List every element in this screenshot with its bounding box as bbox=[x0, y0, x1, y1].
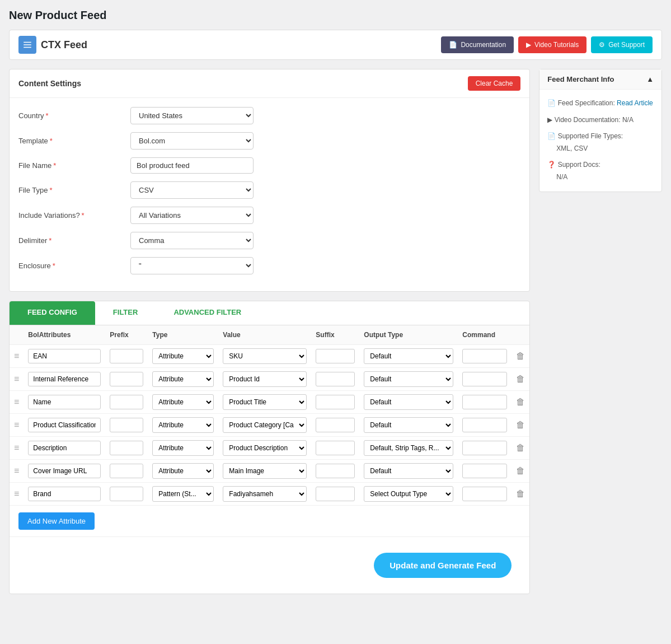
clear-cache-button[interactable]: Clear Cache bbox=[468, 76, 521, 91]
type-select[interactable]: Attribute bbox=[152, 348, 214, 364]
right-panel: Feed Merchant Info ▲ 📄 Feed Specificatio… bbox=[539, 69, 662, 594]
command-input[interactable] bbox=[462, 487, 507, 501]
command-input[interactable] bbox=[462, 464, 507, 478]
enclosure-label: Enclosure* bbox=[18, 262, 130, 270]
template-select[interactable]: Bol.com bbox=[130, 132, 254, 150]
page-title: New Product Feed bbox=[9, 9, 662, 22]
prefix-input[interactable] bbox=[110, 441, 143, 455]
type-select[interactable]: Attribute bbox=[152, 394, 214, 410]
tabs-header: FEED CONFIG FILTER ADVANCED FILTER bbox=[10, 301, 529, 325]
delimiter-select[interactable]: Comma bbox=[130, 232, 254, 249]
get-support-button[interactable]: ⚙ Get Support bbox=[591, 36, 653, 53]
attribute-input[interactable] bbox=[28, 418, 101, 432]
drag-handle-icon[interactable]: ≡ bbox=[14, 397, 19, 407]
table-row: ≡ Attribute Product Category [Ca Default bbox=[10, 414, 529, 437]
prefix-input[interactable] bbox=[110, 464, 143, 478]
include-variations-select[interactable]: All Variations bbox=[130, 207, 254, 224]
output-type-select[interactable]: Default bbox=[364, 394, 453, 410]
add-new-attribute-button[interactable]: Add New Attribute bbox=[18, 512, 95, 530]
prefix-input[interactable] bbox=[110, 349, 143, 363]
table-row: ≡ Pattern (St... Fadiyahsameh Select Out… bbox=[10, 483, 529, 506]
tab-filter[interactable]: FILTER bbox=[95, 301, 156, 325]
command-input[interactable] bbox=[462, 418, 507, 432]
delete-row-button[interactable]: 🗑 bbox=[516, 443, 525, 453]
table-row: ≡ Attribute Product Id Default 🗑 bbox=[10, 368, 529, 391]
feed-merchant-body: 📄 Feed Specification: Read Article ▶ Vid… bbox=[539, 90, 661, 192]
value-select[interactable]: Main Image bbox=[223, 463, 307, 479]
drag-handle-icon[interactable]: ≡ bbox=[14, 443, 19, 452]
drag-handle-icon[interactable]: ≡ bbox=[14, 374, 19, 384]
value-select[interactable]: Product Id bbox=[223, 371, 307, 387]
value-select[interactable]: Product Description bbox=[223, 440, 307, 456]
col-prefix: Prefix bbox=[105, 325, 148, 345]
output-type-select[interactable]: Default bbox=[364, 371, 453, 387]
type-select[interactable]: Attribute bbox=[152, 463, 214, 479]
table-row: ≡ Attribute Product Title Default 🗑 bbox=[10, 391, 529, 414]
output-type-select[interactable]: Select Output Type bbox=[364, 486, 453, 502]
doc-icon-small: 📄 bbox=[547, 99, 556, 107]
delete-row-button[interactable]: 🗑 bbox=[516, 466, 525, 476]
delete-row-button[interactable]: 🗑 bbox=[516, 351, 525, 361]
drag-handle-icon[interactable]: ≡ bbox=[14, 466, 19, 475]
drag-handle-icon[interactable]: ≡ bbox=[14, 489, 19, 498]
suffix-input[interactable] bbox=[316, 487, 355, 501]
tab-feed-config[interactable]: FEED CONFIG bbox=[10, 301, 95, 325]
suffix-input[interactable] bbox=[316, 441, 355, 455]
attribute-input[interactable] bbox=[28, 464, 101, 478]
update-generate-button[interactable]: Update and Generate Feed bbox=[374, 553, 512, 578]
prefix-input[interactable] bbox=[110, 418, 143, 432]
read-article-link[interactable]: Read Article bbox=[617, 99, 653, 107]
output-type-select[interactable]: Default bbox=[364, 417, 453, 433]
prefix-input[interactable] bbox=[110, 487, 143, 501]
delete-row-button[interactable]: 🗑 bbox=[516, 489, 525, 499]
output-type-select[interactable]: Default, Strip Tags, R... bbox=[364, 440, 453, 456]
value-select[interactable]: SKU bbox=[223, 348, 307, 364]
col-type: Type bbox=[148, 325, 218, 345]
attribute-input[interactable] bbox=[28, 441, 101, 455]
prefix-input[interactable] bbox=[110, 395, 143, 409]
attribute-input[interactable] bbox=[28, 372, 101, 386]
file-type-select[interactable]: CSV bbox=[130, 181, 254, 199]
drag-handle-icon[interactable]: ≡ bbox=[14, 351, 19, 361]
value-select[interactable]: Product Category [Ca bbox=[223, 417, 307, 433]
documentation-button[interactable]: 📄 Documentation bbox=[441, 36, 514, 53]
delete-row-button[interactable]: 🗑 bbox=[516, 397, 525, 407]
col-suffix: Suffix bbox=[311, 325, 359, 345]
enclosure-select[interactable]: " bbox=[130, 257, 254, 274]
tab-advanced-filter[interactable]: ADVANCED FILTER bbox=[156, 301, 259, 325]
suffix-input[interactable] bbox=[316, 349, 355, 363]
type-select[interactable]: Pattern (St... bbox=[152, 486, 214, 502]
col-delete bbox=[512, 325, 529, 345]
delete-row-button[interactable]: 🗑 bbox=[516, 420, 525, 430]
suffix-input[interactable] bbox=[316, 395, 355, 409]
attribute-input[interactable] bbox=[28, 395, 101, 409]
video-icon: ▶ bbox=[526, 41, 531, 49]
feed-merchant-header: Feed Merchant Info ▲ bbox=[539, 69, 661, 90]
output-type-select[interactable]: Default bbox=[364, 348, 453, 364]
type-select[interactable]: Attribute bbox=[152, 417, 214, 433]
suffix-input[interactable] bbox=[316, 418, 355, 432]
delete-row-button[interactable]: 🗑 bbox=[516, 374, 525, 384]
command-input[interactable] bbox=[462, 441, 507, 455]
file-name-input[interactable] bbox=[130, 157, 254, 174]
value-select[interactable]: Fadiyahsameh bbox=[223, 486, 307, 502]
top-bar-buttons: 📄 Documentation ▶ Video Tutorials ⚙ Get … bbox=[441, 36, 653, 53]
col-bol-attributes: BolAttributes bbox=[24, 325, 105, 345]
content-settings: Content Settings Clear Cache Country* Un… bbox=[9, 69, 530, 292]
attribute-input[interactable] bbox=[28, 487, 101, 501]
command-input[interactable] bbox=[462, 372, 507, 386]
output-type-select[interactable]: Default bbox=[364, 463, 453, 479]
suffix-input[interactable] bbox=[316, 372, 355, 386]
suffix-input[interactable] bbox=[316, 464, 355, 478]
command-input[interactable] bbox=[462, 349, 507, 363]
drag-handle-icon[interactable]: ≡ bbox=[14, 420, 19, 430]
value-select[interactable]: Product Title bbox=[223, 394, 307, 410]
attribute-input[interactable] bbox=[28, 349, 101, 363]
type-select[interactable]: Attribute bbox=[152, 371, 214, 387]
collapse-icon[interactable]: ▲ bbox=[646, 75, 654, 83]
type-select[interactable]: Attribute bbox=[152, 440, 214, 456]
command-input[interactable] bbox=[462, 395, 507, 409]
prefix-input[interactable] bbox=[110, 372, 143, 386]
country-select[interactable]: United States bbox=[130, 107, 254, 124]
video-tutorials-button[interactable]: ▶ Video Tutorials bbox=[518, 36, 586, 53]
